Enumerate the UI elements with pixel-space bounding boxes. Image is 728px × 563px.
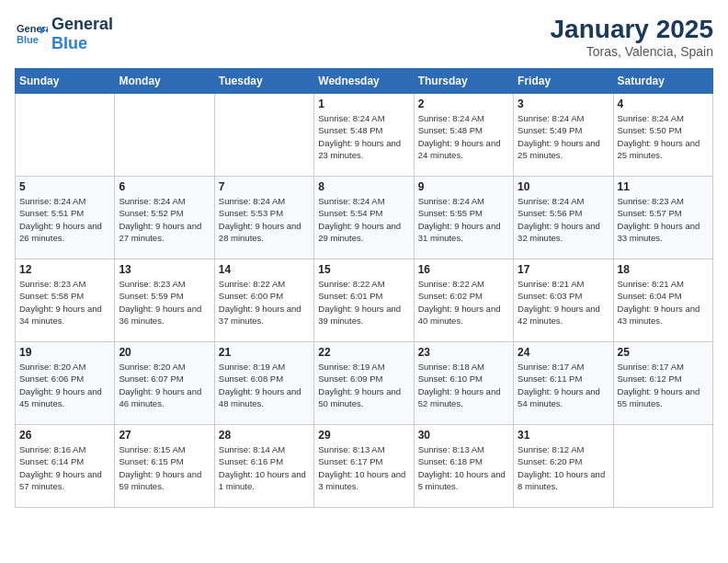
page-header: General Blue General Blue January 2025 T… [15, 15, 713, 59]
title-block: January 2025 Toras, Valencia, Spain [551, 15, 713, 59]
calendar-cell: 6Sunrise: 8:24 AM Sunset: 5:52 PM Daylig… [115, 177, 214, 259]
day-info: Sunrise: 8:19 AM Sunset: 6:09 PM Dayligh… [318, 361, 409, 409]
day-number: 19 [19, 346, 110, 359]
day-info: Sunrise: 8:24 AM Sunset: 5:49 PM Dayligh… [518, 112, 609, 161]
calendar-cell: 19Sunrise: 8:20 AM Sunset: 6:06 PM Dayli… [16, 342, 115, 425]
day-info: Sunrise: 8:24 AM Sunset: 5:52 PM Dayligh… [119, 195, 210, 244]
weekday-header: Saturday [613, 69, 712, 94]
svg-text:Blue: Blue [17, 34, 39, 45]
day-number: 29 [318, 429, 409, 442]
calendar-cell [613, 425, 712, 508]
day-info: Sunrise: 8:24 AM Sunset: 5:50 PM Dayligh… [618, 112, 709, 161]
calendar-cell: 21Sunrise: 8:19 AM Sunset: 6:08 PM Dayli… [214, 342, 313, 425]
calendar-week-row: 1Sunrise: 8:24 AM Sunset: 5:48 PM Daylig… [16, 94, 713, 177]
day-number: 21 [219, 346, 310, 359]
calendar-body: 1Sunrise: 8:24 AM Sunset: 5:48 PM Daylig… [16, 94, 713, 508]
day-number: 12 [19, 263, 110, 276]
calendar-cell: 1Sunrise: 8:24 AM Sunset: 5:48 PM Daylig… [314, 94, 414, 177]
calendar-cell: 2Sunrise: 8:24 AM Sunset: 5:48 PM Daylig… [414, 94, 513, 177]
day-info: Sunrise: 8:12 AM Sunset: 6:20 PM Dayligh… [518, 443, 609, 492]
day-info: Sunrise: 8:24 AM Sunset: 5:53 PM Dayligh… [219, 195, 310, 244]
day-info: Sunrise: 8:17 AM Sunset: 6:11 PM Dayligh… [518, 361, 609, 409]
day-info: Sunrise: 8:24 AM Sunset: 5:51 PM Dayligh… [19, 195, 110, 244]
calendar-cell: 27Sunrise: 8:15 AM Sunset: 6:15 PM Dayli… [115, 425, 214, 508]
day-info: Sunrise: 8:24 AM Sunset: 5:55 PM Dayligh… [418, 195, 509, 244]
calendar-cell: 28Sunrise: 8:14 AM Sunset: 6:16 PM Dayli… [214, 425, 313, 508]
calendar-cell: 30Sunrise: 8:13 AM Sunset: 6:18 PM Dayli… [414, 425, 513, 508]
day-info: Sunrise: 8:20 AM Sunset: 6:06 PM Dayligh… [19, 361, 110, 409]
calendar-cell: 23Sunrise: 8:18 AM Sunset: 6:10 PM Dayli… [414, 342, 513, 425]
calendar-cell: 20Sunrise: 8:20 AM Sunset: 6:07 PM Dayli… [115, 342, 214, 425]
day-info: Sunrise: 8:14 AM Sunset: 6:16 PM Dayligh… [219, 443, 310, 492]
day-number: 6 [119, 180, 210, 193]
day-number: 17 [518, 263, 609, 276]
calendar-cell: 17Sunrise: 8:21 AM Sunset: 6:03 PM Dayli… [514, 259, 613, 342]
day-number: 15 [318, 263, 409, 276]
day-number: 25 [618, 346, 709, 359]
day-info: Sunrise: 8:17 AM Sunset: 6:12 PM Dayligh… [618, 361, 709, 409]
weekday-header: Thursday [414, 69, 513, 94]
weekday-header: Monday [115, 69, 214, 94]
weekday-header: Friday [514, 69, 613, 94]
day-number: 2 [418, 98, 509, 110]
calendar-cell: 11Sunrise: 8:23 AM Sunset: 5:57 PM Dayli… [613, 177, 712, 259]
day-number: 30 [418, 429, 509, 442]
calendar-cell: 8Sunrise: 8:24 AM Sunset: 5:54 PM Daylig… [314, 177, 414, 259]
calendar-cell: 15Sunrise: 8:22 AM Sunset: 6:01 PM Dayli… [314, 259, 414, 342]
calendar-cell: 12Sunrise: 8:23 AM Sunset: 5:58 PM Dayli… [16, 259, 115, 342]
calendar-table: SundayMondayTuesdayWednesdayThursdayFrid… [15, 68, 713, 508]
day-info: Sunrise: 8:16 AM Sunset: 6:14 PM Dayligh… [19, 443, 110, 492]
calendar-cell: 31Sunrise: 8:12 AM Sunset: 6:20 PM Dayli… [514, 425, 613, 508]
day-number: 22 [318, 346, 409, 359]
calendar-cell: 22Sunrise: 8:19 AM Sunset: 6:09 PM Dayli… [314, 342, 414, 425]
calendar-cell [214, 94, 313, 177]
calendar-cell: 18Sunrise: 8:21 AM Sunset: 6:04 PM Dayli… [613, 259, 712, 342]
weekday-header: Sunday [16, 69, 115, 94]
day-number: 9 [418, 180, 509, 193]
calendar-cell: 9Sunrise: 8:24 AM Sunset: 5:55 PM Daylig… [414, 177, 513, 259]
calendar-title: January 2025 [551, 15, 713, 44]
day-info: Sunrise: 8:23 AM Sunset: 5:59 PM Dayligh… [119, 278, 210, 327]
day-info: Sunrise: 8:21 AM Sunset: 6:04 PM Dayligh… [618, 278, 709, 327]
calendar-week-row: 5Sunrise: 8:24 AM Sunset: 5:51 PM Daylig… [16, 177, 713, 259]
calendar-cell: 4Sunrise: 8:24 AM Sunset: 5:50 PM Daylig… [613, 94, 712, 177]
day-number: 28 [219, 429, 310, 442]
calendar-cell: 14Sunrise: 8:22 AM Sunset: 6:00 PM Dayli… [214, 259, 313, 342]
day-info: Sunrise: 8:18 AM Sunset: 6:10 PM Dayligh… [418, 361, 509, 409]
day-info: Sunrise: 8:13 AM Sunset: 6:17 PM Dayligh… [318, 443, 409, 492]
day-number: 4 [618, 98, 709, 110]
day-number: 11 [618, 180, 709, 193]
weekday-row: SundayMondayTuesdayWednesdayThursdayFrid… [16, 69, 713, 94]
day-number: 14 [219, 263, 310, 276]
calendar-week-row: 19Sunrise: 8:20 AM Sunset: 6:06 PM Dayli… [16, 342, 713, 425]
day-info: Sunrise: 8:24 AM Sunset: 5:54 PM Dayligh… [318, 195, 409, 244]
day-info: Sunrise: 8:24 AM Sunset: 5:48 PM Dayligh… [318, 112, 409, 161]
calendar-week-row: 26Sunrise: 8:16 AM Sunset: 6:14 PM Dayli… [16, 425, 713, 508]
day-number: 26 [19, 429, 110, 442]
day-info: Sunrise: 8:15 AM Sunset: 6:15 PM Dayligh… [119, 443, 210, 492]
calendar-cell: 10Sunrise: 8:24 AM Sunset: 5:56 PM Dayli… [514, 177, 613, 259]
day-number: 24 [518, 346, 609, 359]
day-info: Sunrise: 8:24 AM Sunset: 5:56 PM Dayligh… [518, 195, 609, 244]
day-number: 20 [119, 346, 210, 359]
calendar-week-row: 12Sunrise: 8:23 AM Sunset: 5:58 PM Dayli… [16, 259, 713, 342]
day-info: Sunrise: 8:23 AM Sunset: 5:58 PM Dayligh… [19, 278, 110, 327]
day-info: Sunrise: 8:22 AM Sunset: 6:01 PM Dayligh… [318, 278, 409, 327]
day-number: 18 [618, 263, 709, 276]
day-number: 10 [518, 180, 609, 193]
day-number: 1 [318, 98, 409, 110]
day-number: 3 [518, 98, 609, 110]
calendar-cell: 3Sunrise: 8:24 AM Sunset: 5:49 PM Daylig… [514, 94, 613, 177]
calendar-cell: 26Sunrise: 8:16 AM Sunset: 6:14 PM Dayli… [16, 425, 115, 508]
day-number: 27 [119, 429, 210, 442]
day-number: 31 [518, 429, 609, 442]
calendar-header: SundayMondayTuesdayWednesdayThursdayFrid… [16, 69, 713, 94]
day-info: Sunrise: 8:23 AM Sunset: 5:57 PM Dayligh… [618, 195, 709, 244]
day-info: Sunrise: 8:24 AM Sunset: 5:48 PM Dayligh… [418, 112, 509, 161]
day-number: 23 [418, 346, 509, 359]
logo: General Blue General Blue [15, 15, 113, 53]
logo-general-text: General [51, 15, 113, 33]
calendar-cell: 25Sunrise: 8:17 AM Sunset: 6:12 PM Dayli… [613, 342, 712, 425]
day-number: 7 [219, 180, 310, 193]
day-info: Sunrise: 8:20 AM Sunset: 6:07 PM Dayligh… [119, 361, 210, 409]
